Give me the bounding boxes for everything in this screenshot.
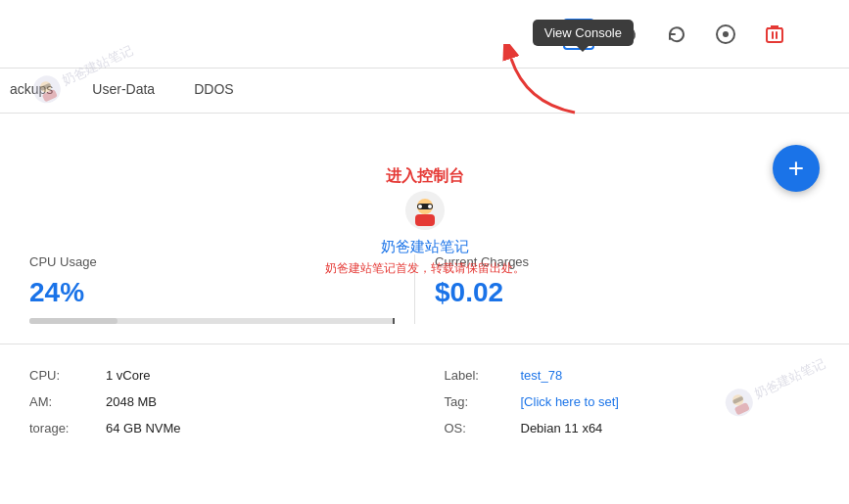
detail-cpu-key: CPU: bbox=[29, 368, 98, 383]
detail-ram-key: AM: bbox=[29, 394, 98, 409]
svg-point-10 bbox=[428, 205, 432, 208]
detail-ram: AM: 2048 MB bbox=[29, 394, 405, 409]
svg-point-9 bbox=[418, 205, 422, 208]
detail-tag-val[interactable]: [Click here to set] bbox=[521, 394, 619, 409]
detail-label: Label: test_78 bbox=[445, 368, 821, 383]
svg-rect-6 bbox=[415, 214, 435, 226]
tab-user-data[interactable]: User-Data bbox=[72, 69, 174, 112]
add-fab-button[interactable]: + bbox=[773, 145, 820, 192]
trash-button[interactable] bbox=[759, 19, 790, 50]
annotation-subtitle: 奶爸建站笔记 bbox=[325, 238, 525, 256]
toolbar bbox=[0, 0, 849, 69]
metric-divider bbox=[393, 318, 395, 324]
cpu-value: 24% bbox=[29, 277, 395, 308]
detail-os-val: Debian 11 x64 bbox=[521, 421, 603, 435]
detail-os: OS: Debian 11 x64 bbox=[445, 421, 821, 435]
detail-tag-key: Tag: bbox=[445, 394, 513, 409]
tab-ddos[interactable]: DDOS bbox=[174, 69, 253, 112]
annotation-title: 进入控制台 bbox=[325, 166, 525, 187]
cpu-bar bbox=[29, 318, 395, 324]
detail-label-val[interactable]: test_78 bbox=[521, 368, 563, 383]
detail-os-key: OS: bbox=[445, 421, 513, 435]
detail-storage-key: torage: bbox=[29, 421, 98, 435]
svg-point-2 bbox=[723, 31, 729, 37]
detail-cpu-val: 1 vCore bbox=[106, 368, 151, 383]
details-section: CPU: 1 vCore Label: test_78 AM: 2048 MB … bbox=[0, 352, 849, 451]
charges-value: $0.02 bbox=[435, 277, 800, 308]
tab-backups[interactable]: ackups bbox=[0, 69, 72, 112]
detail-storage: torage: 64 GB NVMe bbox=[29, 421, 405, 435]
nav-tabs: ackups User-Data DDOS bbox=[0, 69, 849, 114]
detail-storage-val: 64 GB NVMe bbox=[106, 421, 181, 435]
svg-rect-3 bbox=[767, 28, 782, 42]
disk-button[interactable] bbox=[710, 19, 741, 50]
detail-tag: Tag: [Click here to set] bbox=[445, 394, 821, 409]
detail-label-key: Label: bbox=[445, 368, 513, 383]
annotation-area: 进入控制台 奶爸建站笔记 奶爸建站笔记首发，转载请保留出处。 bbox=[325, 166, 525, 277]
view-console-tooltip: View Console bbox=[533, 20, 634, 46]
detail-ram-val: 2048 MB bbox=[106, 394, 157, 409]
detail-cpu: CPU: 1 vCore bbox=[29, 368, 405, 383]
tooltip-label: View Console bbox=[544, 25, 622, 40]
cpu-bar-fill bbox=[29, 318, 118, 324]
annotation-avatar-icon bbox=[405, 191, 445, 230]
refresh-button[interactable] bbox=[661, 19, 692, 50]
annotation-note: 奶爸建站笔记首发，转载请保留出处。 bbox=[325, 260, 525, 277]
